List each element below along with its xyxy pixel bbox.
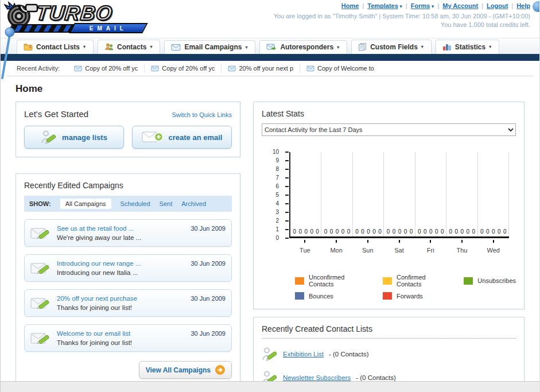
contact-list-item: Exhibition List- (0 Contacts) <box>262 346 516 362</box>
bar-value: 0 <box>461 228 464 235</box>
campaign-date: 30 Jun 2009 <box>191 330 226 337</box>
chevron-down-icon: ▾ <box>245 45 247 50</box>
y-tick-label: 2 <box>262 218 279 224</box>
create-an-email-button[interactable]: create an email <box>132 126 232 149</box>
recent-activity-item[interactable]: 20% off your next p <box>221 64 300 73</box>
view-all-campaigns-button[interactable]: View All Campaigns <box>139 361 232 379</box>
campaign-info: See us at the retail food ...We're givin… <box>57 224 185 242</box>
gridline <box>477 152 478 236</box>
campaign-subtitle: Thanks for joining our list! <box>57 338 185 347</box>
button-label: create an email <box>169 133 223 142</box>
bar-value: 0 <box>361 228 364 235</box>
recent-activity-item[interactable]: Copy of 20% off yc <box>144 64 221 73</box>
bar-value: 0 <box>330 228 333 235</box>
bar-value: 0 <box>404 228 407 235</box>
nav-link-help[interactable]: Help <box>516 2 530 9</box>
campaign-card[interactable]: Introducing our new range ...Introducing… <box>24 254 232 282</box>
campaign-title-link[interactable]: See us at the retail food ... <box>57 224 185 233</box>
nav-link-templates[interactable]: Templates <box>367 2 398 9</box>
bar-group-sun: 00000 <box>353 228 384 235</box>
recent-activity-item[interactable]: Copy of 20% off yc <box>68 64 144 73</box>
tab-label: Custom Fields <box>370 43 418 51</box>
envelope-icon <box>171 43 181 51</box>
bar-value: 0 <box>472 228 475 235</box>
mail-small-icon <box>74 65 82 72</box>
y-tick-label: 5 <box>262 192 279 198</box>
filter-tab-sent[interactable]: Sent <box>160 200 173 207</box>
bar-group-thu: 00000 <box>446 228 477 235</box>
tab-contact-lists[interactable]: Contact Lists▾ <box>17 40 94 54</box>
top-nav: Home|Templates ▾|Forms ▾|My Account|Logo… <box>341 2 530 9</box>
bar-value: 0 <box>441 228 444 235</box>
nav-link-forms[interactable]: Forms <box>411 2 430 9</box>
campaign-subtitle: Thanks for joining our list! <box>57 303 185 312</box>
manage-lists-button[interactable]: manage lists <box>24 126 124 149</box>
tab-custom-fields[interactable]: Custom Fields▾ <box>351 40 432 54</box>
content: Home Let's Get Started Switch to Quick L… <box>1 76 539 392</box>
tab-label: Contact Lists <box>36 43 80 51</box>
x-tick-label: Thu <box>456 247 467 254</box>
bar-value: 0 <box>486 228 490 235</box>
recent-activity-item[interactable]: Copy of Welcome to <box>300 64 380 73</box>
contact-list-link[interactable]: Exhibition List <box>283 351 324 358</box>
y-tick-mark <box>285 177 289 178</box>
recent-activity-bar: Recent Activity: Copy of 20% off ycCopy … <box>6 61 534 76</box>
y-tick-label: 9 <box>262 157 279 164</box>
tab-statistics[interactable]: Statistics▾ <box>436 40 499 54</box>
gridline <box>352 152 353 236</box>
logo-title: TURBO <box>35 1 114 25</box>
filter-tab-all-campaigns[interactable]: All Campaigns <box>60 199 111 209</box>
bar-value: 0 <box>449 228 453 235</box>
stats-range-select[interactable]: Contact Activity for the Last 7 Days <box>262 123 516 136</box>
recent-activity-label: Recent Activity: <box>17 65 60 72</box>
mail-small-icon <box>306 65 314 72</box>
filter-tab-scheduled[interactable]: Scheduled <box>121 200 150 207</box>
switch-quick-links-link[interactable]: Switch to Quick Links <box>172 111 232 118</box>
contact-activity-chart: 109876543210 000000000000000000000000000… <box>262 145 516 265</box>
x-tick-label: Tue <box>300 247 310 254</box>
x-tick-mark <box>399 240 400 243</box>
tab-autoresponders[interactable]: Autoresponders▾ <box>259 40 347 54</box>
bar-value: 0 <box>429 228 433 235</box>
recent-campaigns-panel: Recently Edited Campaigns SHOW:All Campa… <box>15 173 240 387</box>
y-tick-mark <box>285 186 289 187</box>
campaign-title-link[interactable]: Introducing our new range ... <box>57 259 185 268</box>
chevron-down-icon: ▾ <box>398 3 402 9</box>
campaign-card[interactable]: Welcome to our email listThanks for join… <box>24 324 232 352</box>
contact-list-link[interactable]: Newsletter Subscribers <box>283 374 351 381</box>
campaign-card[interactable]: See us at the retail food ...We're givin… <box>24 219 232 247</box>
bar-value: 0 <box>298 228 302 235</box>
tab-contacts[interactable]: Contacts▾ <box>98 40 160 54</box>
logo-email-bar: EMAIL <box>69 23 148 33</box>
recent-activity-items: Copy of 20% off ycCopy of 20% off yc20% … <box>68 64 380 73</box>
legend-item: Bounces <box>295 292 359 300</box>
gridline <box>321 152 321 236</box>
y-tick-label: 4 <box>262 200 279 207</box>
recent-activity-item-label: 20% off your next p <box>239 65 293 72</box>
campaign-subtitle: We're giving away our late ... <box>57 233 185 242</box>
y-tick-label: 8 <box>262 166 279 172</box>
y-tick-label: 7 <box>262 174 279 181</box>
arrow-circle-icon <box>215 365 225 375</box>
campaign-title-link[interactable]: Welcome to our email list <box>57 329 185 338</box>
y-tick-label: 1 <box>262 226 279 232</box>
bar-value: 0 <box>424 228 427 235</box>
bar-value: 0 <box>498 228 501 235</box>
campaign-card[interactable]: 20% off your next purchaseThanks for joi… <box>24 289 232 317</box>
bar-value: 0 <box>293 228 296 235</box>
nav-link-home[interactable]: Home <box>341 2 359 9</box>
campaign-title-link[interactable]: 20% off your next purchase <box>57 294 185 303</box>
bar-value: 0 <box>355 228 359 235</box>
legend-item: Forwards <box>383 292 440 300</box>
bar-value: 0 <box>435 228 438 235</box>
get-started-panel: Let's Get Started Switch to Quick Links … <box>15 102 240 157</box>
tab-email-campaigns[interactable]: Email Campaigns▾ <box>164 40 255 54</box>
filter-tab-archived[interactable]: Archived <box>181 200 206 207</box>
nav-link-logout[interactable]: Logout <box>487 2 508 9</box>
contact-list-items: Exhibition List- (0 Contacts)Newsletter … <box>262 346 516 386</box>
bar-chart-icon <box>442 42 452 51</box>
bar-group-wed: 00000 <box>478 228 509 235</box>
bar-value: 0 <box>480 228 484 235</box>
nav-link-my-account[interactable]: My Account <box>442 2 478 9</box>
campaign-date: 30 Jun 2009 <box>191 295 226 302</box>
